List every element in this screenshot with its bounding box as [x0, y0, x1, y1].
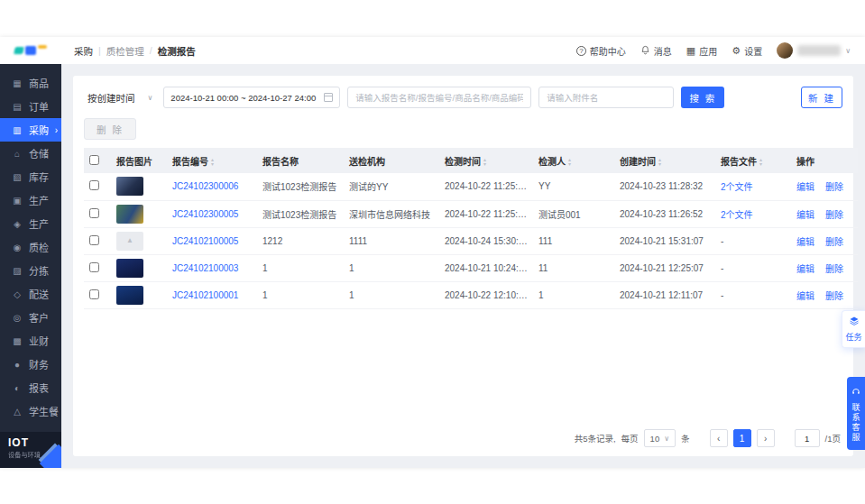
report-no-link[interactable]: JC24102100001: [172, 290, 238, 300]
created-time-cell: 2024-10-21 12:11:07: [614, 281, 715, 308]
sidebar-item-quality[interactable]: ◉质检: [0, 235, 61, 259]
test-time-cell: 2024-10-22 11:25:00: [439, 173, 533, 200]
col-report-name: 报告名称: [257, 148, 344, 173]
sidebar-item-reports[interactable]: ◐报表: [0, 376, 61, 399]
test-time-cell: 2024-10-22 11:25:00: [439, 200, 533, 227]
attachment-input[interactable]: [538, 87, 674, 108]
sidebar-item-finance[interactable]: ●财务: [0, 353, 61, 376]
sort-icon[interactable]: ▴▾: [759, 158, 762, 167]
finance-icon: ●: [12, 360, 23, 370]
new-button[interactable]: 新 建: [801, 87, 842, 108]
report-files-cell: -: [715, 281, 791, 308]
sidebar-item-purchase[interactable]: ▥采购›: [0, 118, 61, 142]
delete-link[interactable]: 删除: [825, 179, 843, 193]
report-files-link[interactable]: 2个文件: [721, 182, 753, 192]
sort-icon[interactable]: ▴▾: [211, 158, 214, 167]
time-type-select[interactable]: 按创建时间 ∨: [84, 87, 156, 108]
sidebar-item-production-1[interactable]: ▣生产: [0, 188, 61, 212]
sidebar-item-sorting[interactable]: ▨分拣: [0, 259, 61, 282]
page-size-select[interactable]: 10 ∨: [644, 429, 676, 447]
report-no-link[interactable]: JC24102300005: [172, 209, 238, 219]
sort-icon[interactable]: ▴▾: [658, 158, 661, 167]
report-thumbnail[interactable]: [116, 232, 143, 251]
iot-footer[interactable]: IOT 设备与环境: [0, 432, 61, 468]
sidebar-item-goods[interactable]: ▦商品: [0, 71, 61, 95]
report-no-link[interactable]: JC24102300006: [172, 181, 238, 191]
chevron-down-icon: ∨: [148, 94, 153, 102]
table-row: JC24102100001 1 1 2024-10-22 12:10:00 1 …: [84, 281, 858, 308]
delete-link[interactable]: 删除: [825, 289, 843, 302]
col-tester[interactable]: 检测人▴▾: [533, 148, 614, 173]
sort-icon[interactable]: ▴▾: [483, 158, 486, 167]
report-thumbnail[interactable]: [116, 205, 143, 224]
settings-button[interactable]: ⚙ 设置: [732, 44, 762, 58]
question-circle-icon: ?: [576, 46, 586, 56]
delete-button[interactable]: 删 除: [84, 118, 136, 140]
row-checkbox[interactable]: [89, 180, 99, 190]
sidebar-item-customers[interactable]: ◎客户: [0, 306, 61, 329]
help-center-button[interactable]: ? 帮助中心: [576, 44, 626, 58]
sidebar-item-business-finance[interactable]: ▩业财: [0, 329, 61, 353]
sidebar-item-student-meal[interactable]: △学生餐: [0, 399, 61, 423]
keyword-input[interactable]: [347, 87, 531, 108]
report-thumbnail[interactable]: [116, 259, 143, 278]
edit-link[interactable]: 编辑: [796, 234, 814, 248]
goods-icon: ▦: [12, 78, 23, 88]
pagination-unit: 条: [681, 432, 690, 444]
app-window: 采购 | 质检管理 / 检测报告 ? 帮助中心 消息 ▦: [0, 37, 865, 468]
page-1-button[interactable]: 1: [733, 429, 751, 447]
help-center-label: 帮助中心: [590, 44, 626, 58]
report-thumbnail[interactable]: [116, 286, 143, 305]
calendar-icon: [324, 93, 333, 102]
delivery-icon: ◇: [12, 289, 23, 299]
report-no-link[interactable]: JC24102100005: [172, 236, 238, 246]
select-all-checkbox[interactable]: [89, 155, 99, 165]
created-time-cell: 2024-10-23 11:26:52: [614, 200, 715, 227]
col-created-time[interactable]: 创建时间▴▾: [614, 148, 715, 173]
row-checkbox[interactable]: [89, 208, 99, 218]
user-menu[interactable]: ∨: [777, 42, 851, 59]
breadcrumb-quality-mgmt[interactable]: 质检管理: [106, 44, 144, 58]
warehouse-icon: ⌂: [12, 149, 23, 159]
date-range-input[interactable]: 2024-10-21 00:00 ~ 2024-10-27 24:00: [163, 87, 340, 108]
col-report-files[interactable]: 报告文件▴▾: [715, 148, 791, 173]
report-thumbnail[interactable]: [116, 177, 143, 196]
sort-icon[interactable]: ▴▾: [568, 158, 571, 167]
avatar: [777, 42, 793, 59]
breadcrumb-purchase[interactable]: 采购: [74, 44, 93, 58]
task-panel-button[interactable]: 任务: [842, 310, 865, 348]
messages-button[interactable]: 消息: [640, 44, 672, 58]
col-test-time[interactable]: 检测时间▴▾: [439, 148, 533, 173]
sidebar-item-inventory[interactable]: ▧库存: [0, 165, 61, 188]
col-report-no[interactable]: 报告编号▴▾: [167, 148, 257, 173]
logo-shape: [38, 45, 47, 49]
contact-support-button[interactable]: 联系客服: [847, 377, 865, 450]
sidebar-item-label: 库存: [29, 170, 49, 184]
report-no-link[interactable]: JC24102100003: [172, 263, 238, 273]
edit-link[interactable]: 编辑: [796, 289, 814, 302]
prev-page-button[interactable]: ‹: [710, 429, 728, 447]
sidebar-item-orders[interactable]: ▤订单: [0, 95, 61, 118]
edit-link[interactable]: 编辑: [796, 179, 814, 193]
delete-link[interactable]: 删除: [825, 207, 843, 221]
edit-link[interactable]: 编辑: [796, 207, 814, 221]
bell-icon: [640, 45, 650, 57]
row-checkbox[interactable]: [89, 235, 99, 245]
sidebar-item-delivery[interactable]: ◇配送: [0, 282, 61, 306]
sidebar-item-production-2[interactable]: ◈生产: [0, 212, 61, 235]
production-icon: ◈: [12, 219, 23, 229]
report-files-link[interactable]: 2个文件: [721, 210, 753, 220]
apps-button[interactable]: ▦ 应用: [686, 44, 717, 58]
breadcrumb-separator: |: [98, 45, 101, 56]
search-button[interactable]: 搜 索: [681, 87, 724, 108]
delete-link[interactable]: 删除: [825, 261, 843, 275]
report-name-cell: 1: [257, 254, 344, 281]
delete-link[interactable]: 删除: [825, 234, 843, 248]
row-checkbox[interactable]: [89, 262, 99, 272]
page-jump-input[interactable]: [795, 429, 820, 447]
app-logo[interactable]: [0, 37, 61, 64]
next-page-button[interactable]: ›: [757, 429, 775, 447]
row-checkbox[interactable]: [89, 289, 99, 299]
sidebar-item-warehouse[interactable]: ⌂仓储: [0, 142, 61, 165]
edit-link[interactable]: 编辑: [796, 261, 814, 275]
